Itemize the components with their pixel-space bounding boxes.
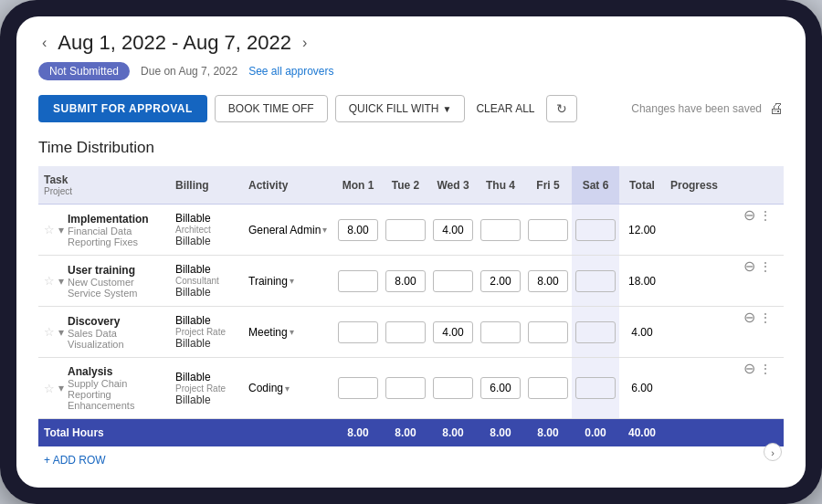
total-thu: 8.00 [477,419,524,447]
wed-input-3[interactable] [433,377,473,399]
sat-input-3[interactable] [575,377,616,399]
task-cell-0: ☆ ▾ Implementation Financial Data Report… [38,205,170,256]
star-button-3[interactable]: ☆ [44,382,55,395]
remove-button-2[interactable]: ⊖ [743,310,755,325]
col-header-billing: Billing [170,166,243,205]
fri-input-0[interactable] [528,219,568,241]
billing-cell-0: Billable Architect Billable [170,205,243,256]
fri-input-3[interactable] [528,377,568,399]
quick-fill-caret: ▼ [443,104,452,114]
more-button-0[interactable]: ⋮ [759,208,772,223]
thu-cell-0 [477,205,524,256]
expand-button-3[interactable]: ▾ [58,382,64,394]
expand-button-1[interactable]: ▾ [58,275,64,288]
activity-cell-1: Training ▾ [243,256,334,307]
tue-cell-2 [382,307,429,358]
sat-input-2[interactable] [575,321,616,343]
thu-input-1[interactable] [480,270,521,292]
sat-cell-0 [572,205,619,256]
task-project-3: Supply Chain Reporting Enhancements [68,378,164,411]
thu-input-3[interactable] [480,377,521,399]
wed-input-2[interactable] [433,321,473,343]
printer-icon[interactable]: 🖨 [769,100,784,117]
sat-input-0[interactable] [575,219,616,241]
submit-approval-button[interactable]: SUBMIT FOR APPROVAL [38,95,207,122]
task-project-1: New Customer Service System [68,277,164,299]
tue-input-0[interactable] [385,219,426,241]
mon-input-1[interactable] [338,270,378,292]
mon-input-3[interactable] [338,377,378,399]
book-time-off-button[interactable]: BOOK TIME OFF [215,95,328,122]
thu-input-2[interactable] [480,321,521,343]
target-title: Target Billable Hours for August [38,487,784,488]
star-button-0[interactable]: ☆ [44,223,55,236]
quick-fill-button[interactable]: QUICK FILL WITH ▼ [335,95,466,122]
tue-input-3[interactable] [385,377,426,399]
total-total: 40.00 [619,419,665,447]
prev-date-arrow[interactable]: ‹ [38,33,50,53]
billing-label-1: Billable [175,263,237,276]
clear-all-button[interactable]: CLEAR ALL [472,96,538,121]
activity-label-3: Coding [248,382,283,394]
sat-input-1[interactable] [575,270,616,292]
total-label: Total Hours [38,419,334,447]
thu-input-0[interactable] [480,219,521,241]
progress-cell-0 [665,205,738,256]
task-project-0: Financial Data Reporting Fixes [68,226,164,247]
expand-button-0[interactable]: ▾ [58,224,64,236]
col-header-wed: Wed 3 [429,166,477,205]
wed-cell-2 [429,307,477,358]
tue-input-1[interactable] [385,270,426,292]
add-row-link[interactable]: + ADD ROW [38,446,111,470]
saved-text: Changes have been saved [631,102,762,115]
table-row: ☆ ▾ Discovery Sales Data Visualization B… [38,307,784,358]
mon-input-2[interactable] [338,321,378,343]
billing-select-2[interactable]: Billable [175,337,211,350]
total-tue: 8.00 [382,419,429,447]
billing-select-3[interactable]: Billable [175,394,211,406]
date-range-title: Aug 1, 2022 - Aug 7, 2022 [58,31,291,55]
wed-input-1[interactable] [433,270,473,292]
wed-input-0[interactable] [433,219,473,241]
fri-input-2[interactable] [528,321,568,343]
table-row: ☆ ▾ Implementation Financial Data Report… [38,205,784,256]
mon-cell-1 [334,256,382,307]
next-date-arrow[interactable]: › [299,33,311,53]
row-actions-1: ⊖ ⋮ [738,256,784,278]
activity-label-2: Meeting [248,326,288,339]
approvers-link[interactable]: See all approvers [248,65,333,78]
remove-button-0[interactable]: ⊖ [743,208,755,223]
due-date-text: Due on Aug 7, 2022 [141,65,237,78]
billing-select-0[interactable]: Billable [175,235,211,247]
fri-cell-1 [524,256,572,307]
billing-select-1[interactable]: Billable [175,286,211,299]
table-row: ☆ ▾ User training New Customer Service S… [38,256,784,307]
progress-cell-2 [665,307,738,358]
total-mon: 8.00 [334,419,382,447]
more-button-3[interactable]: ⋮ [759,362,772,376]
status-row: Not Submitted Due on Aug 7, 2022 See all… [38,62,784,80]
sat-cell-1 [572,256,619,307]
tue-cell-3 [382,358,429,419]
tue-cell-0 [382,205,429,256]
sat-cell-2 [572,307,619,358]
refresh-button[interactable]: ↻ [546,95,577,122]
remove-button-1[interactable]: ⊖ [743,259,755,274]
scroll-right-arrow[interactable]: › [764,443,782,461]
mon-input-0[interactable] [338,219,378,241]
billing-cell-3: Billable Project Rate Billable [170,358,243,419]
col-header-thu: Thu 4 [477,166,524,205]
activity-caret-2: ▾ [290,327,294,337]
more-button-1[interactable]: ⋮ [759,259,772,274]
star-button-2[interactable]: ☆ [44,325,55,339]
more-button-2[interactable]: ⋮ [759,310,772,325]
date-navigation: ‹ Aug 1, 2022 - Aug 7, 2022 › [38,31,784,55]
star-button-1[interactable]: ☆ [44,274,55,288]
tue-input-2[interactable] [385,321,426,343]
expand-button-2[interactable]: ▾ [58,326,64,339]
toolbar: SUBMIT FOR APPROVAL BOOK TIME OFF QUICK … [38,95,784,122]
wed-cell-0 [429,205,477,256]
billing-label-3: Billable [175,371,237,383]
fri-input-1[interactable] [528,270,568,292]
remove-button-3[interactable]: ⊖ [743,362,755,376]
